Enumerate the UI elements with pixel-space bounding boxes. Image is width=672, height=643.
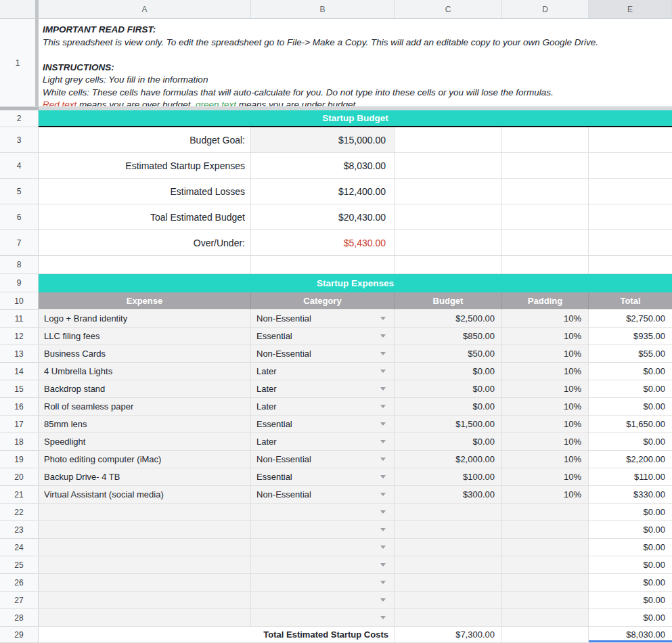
empty-cell[interactable]: [502, 127, 589, 153]
dropdown-arrow-icon[interactable]: [380, 528, 386, 531]
category-cell[interactable]: [251, 539, 395, 556]
budget-cell[interactable]: $0.00: [395, 398, 502, 416]
padding-cell[interactable]: 10%: [502, 416, 589, 433]
budget-label-cell[interactable]: Budget Goal:: [39, 127, 251, 153]
instructions-cell[interactable]: IMPORTANT READ FIRST: This spreadsheet i…: [39, 19, 672, 107]
empty-cell[interactable]: [589, 204, 672, 230]
header-padding[interactable]: Padding: [502, 292, 589, 310]
empty-cell[interactable]: [395, 230, 502, 256]
row-number[interactable]: 6: [0, 204, 39, 230]
expense-name-cell[interactable]: [39, 521, 251, 539]
row-number[interactable]: 22: [0, 504, 39, 521]
column-header-e[interactable]: E: [589, 0, 672, 19]
budget-cell[interactable]: $0.00: [395, 433, 502, 451]
total-cell[interactable]: $0.00: [589, 556, 672, 574]
padding-cell[interactable]: [502, 504, 589, 521]
budget-label-cell[interactable]: Estimated Startup Expenses: [39, 153, 251, 179]
expense-name-cell[interactable]: [39, 504, 251, 521]
row-number[interactable]: 29: [0, 627, 39, 643]
budget-value-cell[interactable]: $12,400.00: [251, 179, 395, 204]
padding-cell[interactable]: [502, 521, 589, 539]
category-cell[interactable]: Later: [251, 398, 395, 416]
dropdown-arrow-icon[interactable]: [380, 475, 386, 479]
budget-cell[interactable]: [395, 539, 502, 556]
budget-value-cell[interactable]: $20,430.00: [251, 204, 395, 230]
budget-cell[interactable]: [395, 556, 502, 574]
total-cell[interactable]: $0.00: [589, 380, 672, 398]
empty-cell[interactable]: [502, 153, 589, 179]
budget-cell[interactable]: $0.00: [395, 363, 502, 380]
row-number[interactable]: 20: [0, 468, 39, 486]
budget-value-cell[interactable]: $8,030.00: [251, 153, 395, 179]
total-cell[interactable]: $0.00: [589, 363, 672, 380]
expense-name-cell[interactable]: Business Cards: [39, 345, 251, 363]
budget-cell[interactable]: $2,500.00: [395, 310, 502, 328]
padding-cell[interactable]: 10%: [502, 380, 589, 398]
dropdown-arrow-icon[interactable]: [380, 546, 386, 549]
empty-cell[interactable]: [395, 256, 502, 274]
total-cell[interactable]: $0.00: [589, 504, 672, 521]
empty-cell[interactable]: [395, 179, 502, 204]
padding-cell[interactable]: 10%: [502, 310, 589, 328]
row-number[interactable]: 26: [0, 574, 39, 592]
dropdown-arrow-icon[interactable]: [380, 440, 386, 443]
expense-name-cell[interactable]: [39, 574, 251, 592]
dropdown-arrow-icon[interactable]: [380, 510, 386, 514]
padding-cell[interactable]: 10%: [502, 486, 589, 504]
row-number[interactable]: 5: [0, 179, 39, 204]
budget-cell[interactable]: $50.00: [395, 345, 502, 363]
total-cell[interactable]: $0.00: [589, 539, 672, 556]
dropdown-arrow-icon[interactable]: [380, 458, 386, 461]
category-cell[interactable]: [251, 521, 395, 539]
budget-cell[interactable]: $1,500.00: [395, 416, 502, 433]
budget-cell[interactable]: [395, 574, 502, 592]
empty-cell[interactable]: [395, 127, 502, 153]
dropdown-arrow-icon[interactable]: [380, 563, 386, 567]
budget-cell[interactable]: [395, 521, 502, 539]
expense-name-cell[interactable]: 4 Umbrella Lights: [39, 363, 251, 380]
total-budget-cell[interactable]: $7,300.00: [395, 627, 502, 643]
padding-cell[interactable]: 10%: [502, 451, 589, 468]
padding-cell[interactable]: [502, 556, 589, 574]
empty-cell[interactable]: [502, 179, 589, 204]
empty-cell[interactable]: [502, 230, 589, 256]
budget-value-cell[interactable]: $15,000.00: [251, 127, 395, 153]
dropdown-arrow-icon[interactable]: [380, 405, 386, 408]
expense-name-cell[interactable]: [39, 609, 251, 627]
total-cell[interactable]: $0.00: [589, 521, 672, 539]
padding-cell[interactable]: [502, 592, 589, 609]
expense-name-cell[interactable]: Photo editing computer (iMac): [39, 451, 251, 468]
category-cell[interactable]: Non-Essential: [251, 451, 395, 468]
expense-name-cell[interactable]: Speedlight: [39, 433, 251, 451]
budget-label-cell[interactable]: Estimated Losses: [39, 179, 251, 204]
total-cell[interactable]: $110.00: [589, 468, 672, 486]
padding-cell[interactable]: [502, 609, 589, 627]
header-budget[interactable]: Budget: [395, 292, 502, 310]
row-number[interactable]: 13: [0, 345, 39, 363]
category-cell[interactable]: [251, 609, 395, 627]
padding-cell[interactable]: 10%: [502, 398, 589, 416]
budget-cell[interactable]: [395, 504, 502, 521]
dropdown-arrow-icon[interactable]: [380, 422, 386, 426]
row-number[interactable]: 1: [0, 19, 39, 107]
header-total[interactable]: Total: [589, 292, 672, 310]
budget-cell[interactable]: $2,000.00: [395, 451, 502, 468]
row-number[interactable]: 8: [0, 256, 39, 274]
budget-cell[interactable]: $100.00: [395, 468, 502, 486]
dropdown-arrow-icon[interactable]: [380, 616, 386, 619]
empty-cell[interactable]: [395, 204, 502, 230]
budget-label-cell[interactable]: Toal Estimated Budget: [39, 204, 251, 230]
budget-cell[interactable]: [395, 592, 502, 609]
empty-cell[interactable]: [502, 204, 589, 230]
empty-cell[interactable]: [589, 256, 672, 274]
empty-cell[interactable]: [589, 153, 672, 179]
row-number[interactable]: 23: [0, 521, 39, 539]
category-cell[interactable]: Later: [251, 363, 395, 380]
budget-cell[interactable]: $0.00: [395, 380, 502, 398]
empty-cell[interactable]: [502, 256, 589, 274]
padding-cell[interactable]: [502, 574, 589, 592]
category-cell[interactable]: Essential: [251, 416, 395, 433]
startup-budget-title[interactable]: Startup Budget: [39, 110, 672, 127]
expense-name-cell[interactable]: Logo + Brand identity: [39, 310, 251, 328]
empty-cell[interactable]: [589, 127, 672, 153]
